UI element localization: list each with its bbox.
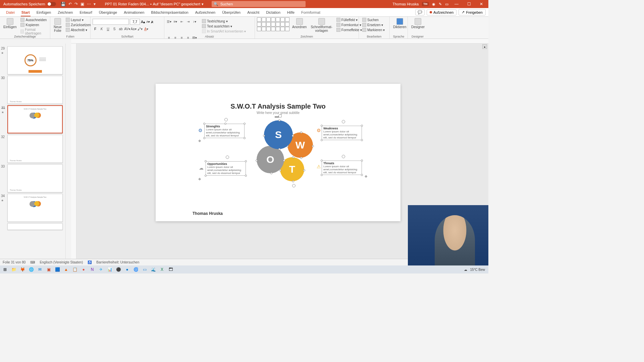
user-avatar[interactable]: TH (422, 2, 429, 6)
align-text-button[interactable]: Text ausrichten ▾ (201, 24, 247, 28)
shrink-font-icon[interactable]: A▾ (146, 20, 150, 23)
designer-button[interactable]: Designer (410, 17, 426, 29)
indent-button[interactable]: ⇥ (185, 19, 191, 24)
redo-icon[interactable]: ↷ (74, 2, 78, 6)
tab-review[interactable]: Überprüfen (219, 8, 244, 17)
font-size-combo[interactable]: 7,7 (130, 19, 140, 25)
start-button[interactable]: ⊞ (1, 266, 9, 273)
swot-text-strengths[interactable]: StrenghtsLorem ipsum dolor sit amet,cons… (204, 124, 245, 138)
rotate-handle-icon[interactable] (342, 120, 345, 123)
tab-design[interactable]: Entwurf (76, 8, 95, 17)
explorer-icon[interactable]: 📁 (10, 266, 17, 273)
telegram-icon[interactable]: ✈ (97, 266, 105, 273)
tab-view[interactable]: Ansicht (244, 8, 263, 17)
language-indicator[interactable]: Englisch (Vereinigte Staaten) (40, 260, 83, 264)
close-button[interactable]: ✕ (477, 1, 486, 7)
move-icon[interactable]: ✥ (365, 175, 367, 178)
onenote-icon[interactable]: N (89, 266, 96, 273)
accessibility-status[interactable]: Barrierefreiheit: Untersuchen (96, 260, 139, 264)
tab-draw[interactable]: Zeichnen (54, 8, 76, 17)
excel-icon[interactable]: X (158, 266, 166, 273)
document-title[interactable]: PPT 01 Roter Faden 004... • Auf "diesem … (105, 2, 204, 6)
search-box[interactable]: 🔍 Suchen (212, 1, 306, 7)
user-name[interactable]: Thomas Hruska (392, 2, 419, 6)
tab-shape-format[interactable]: Formformat (298, 8, 324, 17)
warning-icon[interactable]: ⚠ (317, 164, 321, 169)
slide-counter[interactable]: Folie 31 von 80 (3, 260, 25, 264)
app-icon[interactable]: 🌀 (132, 266, 140, 273)
tab-animations[interactable]: Animationen (120, 8, 148, 17)
swot-text-weakness[interactable]: WeaknessLorem ipsum dolor sit amet,conse… (322, 126, 362, 140)
autosave-toggle[interactable]: Automatisches Speichern (1, 2, 58, 6)
new-slide-button[interactable]: Neue Folie (52, 17, 63, 33)
slide-thumbnail-selected[interactable]: 31★ S.W.O.T Analysis Sample Two (7, 105, 63, 133)
comments-icon[interactable]: 💬 (415, 9, 425, 15)
tab-file[interactable]: Datei (3, 8, 18, 17)
slide-thumbnail[interactable]: 34★ S.W.O.T Analysis Sample Two (7, 194, 63, 222)
slide-thumbnail-pane[interactable]: 29★ 75% 30Thomas Hruska 31★ S.W.O.T Anal… (0, 44, 66, 265)
tab-transitions[interactable]: Übergänge (96, 8, 120, 17)
window-icon[interactable]: ▭ (445, 2, 448, 6)
obs-icon[interactable]: ⚫ (115, 266, 122, 273)
quick-styles-button[interactable]: Schnellformat- vorlagen (309, 17, 333, 33)
slide-thumbnail[interactable]: 32Thomas Hruska (7, 135, 63, 163)
gear-icon[interactable]: ⚙ (317, 128, 321, 133)
layout-button[interactable]: Layout ▾ (64, 17, 92, 22)
rotate-handle-icon[interactable] (342, 155, 345, 158)
rotate-handle-icon[interactable] (224, 118, 228, 121)
section-button[interactable]: Abschnitt ▾ (64, 27, 92, 32)
tab-insert[interactable]: Einfügen (33, 8, 54, 17)
shadow-button[interactable]: ab (118, 26, 123, 32)
bold-button[interactable]: F (93, 26, 98, 32)
outdent-button[interactable]: ⇤ (179, 19, 184, 24)
font-family-combo[interactable] (93, 19, 129, 25)
grow-font-icon[interactable]: A▴ (141, 20, 145, 24)
rotate-handle-icon[interactable] (226, 156, 229, 159)
slide-title[interactable]: S.W.O.T Analysis Sample Two (156, 103, 400, 110)
chevron-down-icon[interactable]: ▾ (202, 2, 204, 6)
firefox-icon[interactable]: 🦊 (19, 266, 26, 273)
toggle-switch[interactable] (47, 2, 56, 6)
tab-record[interactable]: Aufzeichnen (192, 8, 219, 17)
case-button[interactable]: Aa▾ (131, 26, 136, 32)
strike-button[interactable]: S (112, 26, 117, 32)
app-icon[interactable]: ▭ (141, 266, 148, 273)
powerpoint-icon[interactable]: ▣ (45, 266, 52, 273)
slide-thumbnail[interactable]: 29★ 75% (7, 46, 63, 74)
minimize-button[interactable]: — (452, 1, 461, 7)
find-button[interactable]: Suchen (361, 17, 386, 22)
app-icon[interactable]: ● (123, 266, 131, 273)
numbering-button[interactable]: ≡▾ (173, 19, 178, 24)
select-button[interactable]: Markieren ▾ (361, 27, 386, 32)
present-icon[interactable]: ◉ (432, 2, 435, 6)
slide-thumbnail[interactable]: 35 (7, 223, 63, 230)
font-color-button[interactable]: A▾ (144, 26, 149, 32)
record-button[interactable]: Aufzeichnen (427, 9, 457, 15)
paste-button[interactable]: Einfügen (2, 17, 18, 29)
tab-help[interactable]: Hilfe (284, 8, 298, 17)
app-icon[interactable]: 🟦 (54, 266, 61, 273)
clear-format-icon[interactable]: A̷ (151, 20, 153, 24)
app-icon[interactable]: 📊 (106, 266, 113, 273)
accessibility-icon[interactable]: ♿ (88, 260, 92, 264)
reset-button[interactable]: Zurücksetzen (64, 22, 92, 27)
weather-icon[interactable]: ☁ (464, 268, 467, 272)
app-icon[interactable]: ● (80, 266, 87, 273)
rotate-handle-icon[interactable] (278, 114, 282, 118)
slide-subtitle[interactable]: Write here your great subtitle (156, 111, 400, 115)
cut-button[interactable]: Ausschneiden (19, 17, 48, 22)
cloud-icon[interactable]: ☁ (199, 165, 204, 171)
chrome-icon[interactable]: 🌐 (28, 266, 35, 273)
text-direction-button[interactable]: Textrichtung ▾ (201, 19, 247, 23)
scroll-up-button[interactable]: ▴ (482, 44, 487, 49)
draw-icon[interactable]: ✎ (439, 2, 442, 6)
shapes-gallery[interactable] (257, 17, 289, 31)
tab-dictation[interactable]: Dictation (263, 8, 284, 17)
undo-icon[interactable]: ↶ (68, 2, 72, 6)
gear-icon[interactable]: ⚙ (198, 128, 203, 133)
system-tray[interactable]: ☁ 15°C Bew (464, 268, 487, 272)
slide-thumbnail[interactable]: 33Thomas Hruska (7, 164, 63, 192)
qat-dropdown-icon[interactable]: ▾ (94, 2, 96, 6)
swot-diagram[interactable]: S W O T StrenghtsLorem ipsum dolor sit a… (201, 118, 355, 201)
move-icon[interactable]: ✥ (198, 139, 201, 143)
